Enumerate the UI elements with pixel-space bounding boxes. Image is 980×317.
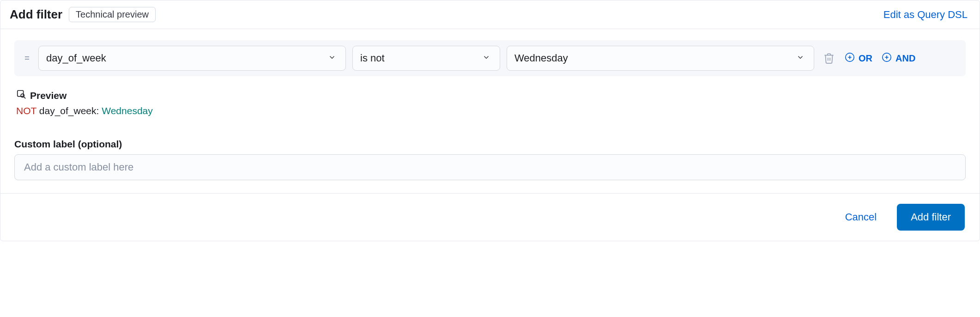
- add-filter-dialog: Add filter Technical preview Edit as Que…: [0, 0, 980, 241]
- operator-select[interactable]: is not: [352, 46, 500, 71]
- preview-heading-text: Preview: [30, 90, 67, 101]
- dialog-header: Add filter Technical preview Edit as Que…: [0, 0, 980, 29]
- operator-select-value: is not: [360, 52, 385, 64]
- header-left: Add filter Technical preview: [10, 7, 156, 22]
- svg-line-8: [24, 97, 26, 99]
- svg-rect-6: [18, 91, 24, 97]
- value-select[interactable]: Wednesday: [507, 46, 814, 71]
- field-select-value: day_of_week: [46, 52, 106, 64]
- custom-label-title: Custom label (optional): [14, 139, 966, 150]
- plus-circle-icon: [845, 52, 855, 65]
- dialog-body: = day_of_week is not Wednesday: [0, 29, 980, 193]
- preview-value: Wednesday: [102, 105, 153, 116]
- chevron-down-icon: [328, 52, 336, 64]
- custom-label-input[interactable]: [14, 154, 966, 180]
- field-select[interactable]: day_of_week: [38, 46, 346, 71]
- custom-label-section: Custom label (optional): [14, 139, 966, 180]
- add-filter-button[interactable]: Add filter: [897, 204, 965, 231]
- filter-row: = day_of_week is not Wednesday: [14, 40, 966, 76]
- delete-filter-button[interactable]: [823, 52, 835, 65]
- plus-circle-icon: [882, 52, 892, 65]
- dialog-footer: Cancel Add filter: [0, 193, 980, 241]
- preview-section: Preview NOT day_of_week: Wednesday: [14, 89, 966, 116]
- drag-handle-icon[interactable]: =: [23, 54, 32, 63]
- preview-not-operator: NOT: [16, 105, 36, 116]
- preview-query: NOT day_of_week: Wednesday: [16, 105, 966, 116]
- technical-preview-badge: Technical preview: [69, 7, 156, 22]
- preview-heading: Preview: [16, 89, 966, 102]
- value-select-value: Wednesday: [514, 52, 568, 64]
- chevron-down-icon: [482, 52, 490, 64]
- preview-field: day_of_week:: [39, 105, 99, 116]
- filter-row-actions: OR AND: [823, 52, 915, 65]
- cancel-button[interactable]: Cancel: [845, 211, 877, 223]
- inspect-icon: [16, 89, 26, 102]
- add-or-button[interactable]: OR: [845, 52, 872, 65]
- and-label: AND: [895, 53, 915, 64]
- add-and-button[interactable]: AND: [882, 52, 915, 65]
- dialog-title: Add filter: [10, 7, 62, 22]
- chevron-down-icon: [796, 52, 805, 64]
- edit-as-query-dsl-link[interactable]: Edit as Query DSL: [883, 9, 968, 21]
- or-label: OR: [859, 53, 872, 64]
